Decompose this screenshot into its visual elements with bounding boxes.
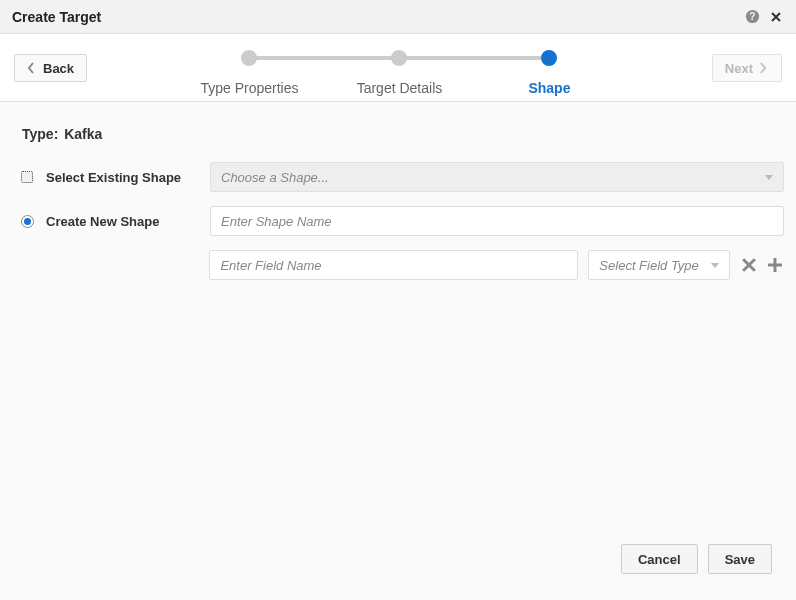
radio-create-new[interactable]: [21, 215, 34, 228]
chevron-right-icon: [759, 62, 769, 74]
dialog-footer: Cancel Save: [12, 544, 784, 588]
choose-shape-select[interactable]: Choose a Shape...: [210, 162, 784, 192]
shape-name-placeholder: Enter Shape Name: [221, 214, 332, 229]
dialog-content: Type: Kafka Select Existing Shape Choose…: [0, 102, 796, 600]
svg-text:?: ?: [749, 11, 755, 22]
dialog-header: Create Target ?: [0, 0, 796, 34]
step-label: Target Details: [357, 80, 443, 96]
field-name-placeholder: Enter Field Name: [220, 258, 321, 273]
type-label: Type:: [22, 126, 58, 142]
select-existing-label: Select Existing Shape: [40, 170, 210, 185]
back-button[interactable]: Back: [14, 54, 87, 82]
add-field-icon[interactable]: [766, 256, 784, 274]
wizard-header: Back Type Properties Target Details Shap…: [0, 34, 796, 102]
step-node-icon: [541, 50, 557, 66]
dialog-title: Create Target: [12, 9, 738, 25]
create-new-label: Create New Shape: [40, 214, 210, 229]
step-node-icon: [391, 50, 407, 66]
cancel-button-label: Cancel: [638, 552, 681, 567]
step-label: Shape: [528, 80, 570, 96]
create-new-row: Create New Shape Enter Shape Name: [12, 206, 784, 236]
stepper: Type Properties Target Details Shape: [174, 46, 624, 96]
field-row: Enter Field Name Select Field Type: [12, 250, 784, 280]
next-button-label: Next: [725, 61, 753, 76]
step-label: Type Properties: [200, 80, 298, 96]
field-type-select[interactable]: Select Field Type: [588, 250, 730, 280]
field-type-placeholder: Select Field Type: [599, 258, 698, 273]
type-line: Type: Kafka: [22, 126, 784, 142]
next-button[interactable]: Next: [712, 54, 782, 82]
chevron-left-icon: [27, 62, 37, 74]
cancel-button[interactable]: Cancel: [621, 544, 698, 574]
save-button[interactable]: Save: [708, 544, 772, 574]
help-icon[interactable]: ?: [742, 7, 762, 27]
step-type-properties: Type Properties: [174, 50, 324, 96]
radio-select-existing[interactable]: [21, 171, 33, 183]
back-button-label: Back: [43, 61, 74, 76]
shape-name-input[interactable]: Enter Shape Name: [210, 206, 784, 236]
remove-field-icon[interactable]: [740, 256, 758, 274]
choose-shape-placeholder: Choose a Shape...: [221, 170, 329, 185]
save-button-label: Save: [725, 552, 755, 567]
field-name-input[interactable]: Enter Field Name: [209, 250, 578, 280]
caret-down-icon: [711, 263, 719, 268]
select-existing-row: Select Existing Shape Choose a Shape...: [12, 162, 784, 192]
caret-down-icon: [765, 175, 773, 180]
close-icon[interactable]: [766, 7, 786, 27]
type-value: Kafka: [64, 126, 102, 142]
step-node-icon: [241, 50, 257, 66]
